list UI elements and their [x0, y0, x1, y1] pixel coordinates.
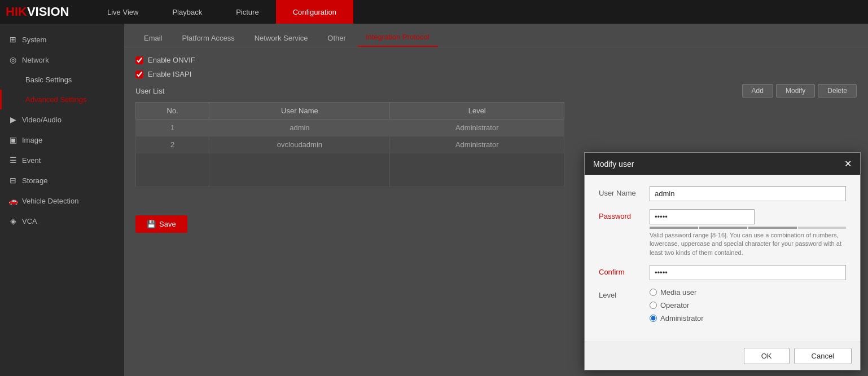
password-hint: Valid password range [8-16]. You can use…: [650, 231, 846, 257]
username-label: User Name: [599, 186, 650, 197]
ok-button[interactable]: OK: [744, 348, 790, 364]
cell-username: admin: [209, 120, 390, 136]
level-row: Level Media user Operator Administrator: [599, 288, 846, 322]
tab-other[interactable]: Other: [319, 29, 354, 47]
sidebar-item-basic-settings[interactable]: Basic Settings: [0, 70, 124, 90]
sidebar-item-storage[interactable]: ⊟ Storage: [0, 170, 124, 191]
strength-bar-4: [798, 227, 847, 229]
sidebar-item-vca[interactable]: ◈ VCA: [0, 211, 124, 231]
onvif-row: Enable ONVIF: [135, 56, 857, 64]
cell-no: 1: [136, 120, 209, 136]
strength-bar-1: [650, 227, 698, 229]
sidebar-item-event[interactable]: ☰ Event: [0, 150, 124, 170]
modal-close-button[interactable]: ✕: [844, 158, 852, 169]
col-level: Level: [390, 103, 564, 120]
sidebar-item-video-audio[interactable]: ▶ Video/Audio: [0, 109, 124, 130]
modify-user-modal: Modify user ✕ User Name Password Valid p…: [584, 152, 861, 370]
username-input[interactable]: [650, 186, 846, 201]
level-options: Media user Operator Administrator: [650, 288, 704, 322]
modal-header: Modify user ✕: [585, 153, 860, 175]
isapi-label: Enable ISAPI: [148, 70, 191, 78]
modal-footer: OK Cancel: [585, 342, 860, 370]
password-label: Password: [599, 209, 650, 220]
video-icon: ▶: [8, 115, 17, 124]
vca-icon: ◈: [8, 216, 17, 225]
save-icon: 💾: [147, 220, 156, 228]
confirm-row: Confirm: [599, 265, 846, 280]
modify-button[interactable]: Modify: [776, 84, 815, 98]
logo: HIKVISION: [0, 5, 90, 19]
sidebar-item-image[interactable]: ▣ Image: [0, 130, 124, 150]
level-media-user[interactable]: Media user: [650, 288, 704, 297]
cell-no: 2: [136, 136, 209, 153]
sub-tabs: Email Platform Access Network Service Ot…: [124, 24, 868, 47]
col-username: User Name: [209, 103, 390, 120]
vehicle-icon: 🚗: [8, 196, 17, 205]
user-list-title: User List: [135, 87, 164, 95]
delete-button[interactable]: Delete: [818, 84, 857, 98]
table-row[interactable]: 1 admin Administrator: [136, 120, 564, 136]
btn-group: Add Modify Delete: [742, 84, 857, 98]
password-input[interactable]: [650, 209, 755, 224]
tab-email[interactable]: Email: [135, 29, 171, 47]
isapi-row: Enable ISAPI: [135, 70, 857, 78]
onvif-label: Enable ONVIF: [148, 56, 195, 64]
password-row: Password Valid password range [8-16]. Yo…: [599, 209, 846, 257]
modal-body: User Name Password Valid password range …: [585, 175, 860, 342]
username-row: User Name: [599, 186, 846, 201]
event-icon: ☰: [8, 156, 17, 165]
onvif-checkbox[interactable]: [135, 56, 143, 64]
table-row-empty: [136, 153, 564, 187]
table-row[interactable]: 2 ovcloudadmin Administrator: [136, 136, 564, 153]
network-icon: ◎: [8, 55, 17, 64]
nav-liveview[interactable]: Live View: [90, 0, 155, 24]
add-button[interactable]: Add: [742, 84, 773, 98]
confirm-input[interactable]: [650, 265, 846, 280]
level-label: Level: [599, 288, 650, 299]
user-table: No. User Name Level 1 admin Administrato…: [135, 102, 564, 187]
col-no: No.: [136, 103, 209, 120]
top-nav: HIKVISION Live View Playback Picture Con…: [0, 0, 868, 24]
confirm-label: Confirm: [599, 265, 650, 276]
level-operator[interactable]: Operator: [650, 301, 704, 309]
sidebar-item-network[interactable]: ◎ Network: [0, 50, 124, 70]
save-button[interactable]: 💾 Save: [135, 215, 187, 233]
radio-administrator[interactable]: [650, 315, 657, 322]
password-strength: [650, 227, 846, 229]
logo-hik: HIK: [6, 5, 27, 19]
sidebar-item-system[interactable]: ⊞ System: [0, 29, 124, 50]
tab-platform-access[interactable]: Platform Access: [174, 29, 243, 47]
strength-bar-2: [699, 227, 748, 229]
tab-network-service[interactable]: Network Service: [246, 29, 317, 47]
sidebar-item-vehicle-detection[interactable]: 🚗 Vehicle Detection: [0, 191, 124, 211]
nav-configuration[interactable]: Configuration: [276, 0, 353, 24]
tab-integration-protocol[interactable]: Integration Protocol: [357, 28, 438, 47]
radio-media-user[interactable]: [650, 289, 657, 296]
user-list-header: User List Add Modify Delete: [135, 84, 857, 98]
isapi-checkbox[interactable]: [135, 70, 143, 78]
storage-icon: ⊟: [8, 176, 17, 185]
sidebar: ⊞ System ◎ Network Basic Settings Advanc…: [0, 24, 124, 376]
nav-items: Live View Playback Picture Configuration: [90, 0, 353, 24]
radio-operator[interactable]: [650, 302, 657, 309]
cancel-button[interactable]: Cancel: [794, 348, 852, 364]
level-administrator[interactable]: Administrator: [650, 314, 704, 322]
modal-title: Modify user: [593, 160, 634, 169]
password-field-wrapper: Valid password range [8-16]. You can use…: [650, 209, 846, 257]
strength-bar-3: [748, 227, 797, 229]
sidebar-item-advanced-settings[interactable]: Advanced Settings: [0, 90, 124, 109]
cell-username: ovcloudadmin: [209, 136, 390, 153]
logo-vision: VISION: [27, 5, 69, 19]
image-icon: ▣: [8, 135, 17, 144]
system-icon: ⊞: [8, 35, 17, 44]
cell-level: Administrator: [390, 120, 564, 136]
nav-picture[interactable]: Picture: [219, 0, 275, 24]
cell-level: Administrator: [390, 136, 564, 153]
nav-playback[interactable]: Playback: [155, 0, 219, 24]
